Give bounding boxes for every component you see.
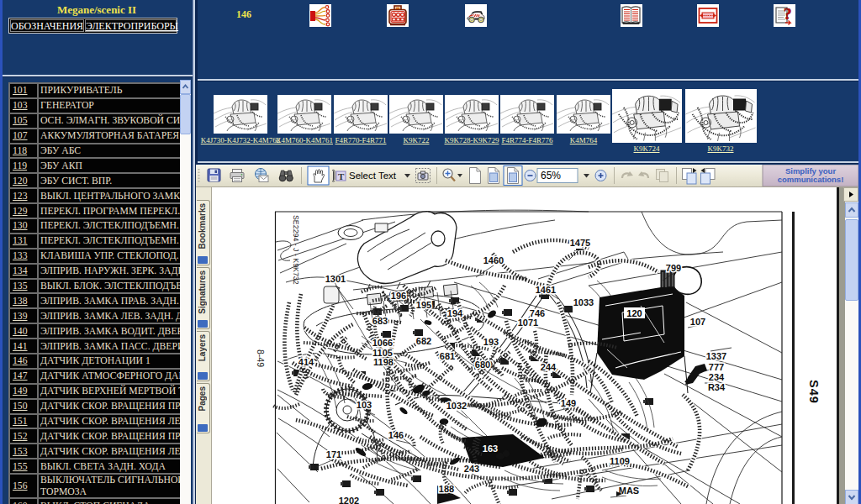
svg-text:8-49: 8-49 — [256, 349, 266, 367]
svg-text:Select Text: Select Text — [349, 171, 397, 181]
svg-text:777: 777 — [709, 362, 724, 372]
svg-text:1337: 1337 — [706, 351, 726, 361]
svg-text:681: 681 — [440, 351, 455, 361]
svg-text:188: 188 — [439, 484, 454, 494]
svg-text:SE2294 - J - K9K732: SE2294 - J - K9K732 — [292, 215, 300, 285]
svg-text:683: 683 — [372, 316, 388, 326]
svg-text:1033: 1033 — [573, 297, 594, 307]
svg-text:194: 194 — [447, 308, 463, 318]
svg-text:149: 149 — [561, 398, 576, 408]
svg-text:1475: 1475 — [570, 238, 590, 248]
svg-text:234: 234 — [709, 372, 725, 382]
svg-text:163: 163 — [483, 444, 498, 454]
svg-text:680: 680 — [475, 360, 490, 370]
svg-text:1202: 1202 — [339, 496, 359, 504]
svg-text:communications!: communications! — [778, 175, 844, 184]
svg-text:T: T — [338, 171, 345, 181]
svg-text:146: 146 — [388, 430, 404, 440]
svg-text:1461: 1461 — [536, 285, 556, 295]
svg-text:1301: 1301 — [325, 274, 346, 284]
svg-text:244: 244 — [541, 362, 557, 372]
svg-text:799: 799 — [666, 263, 681, 273]
svg-text:107: 107 — [690, 317, 705, 327]
svg-text:243: 243 — [464, 464, 479, 474]
svg-text:103: 103 — [357, 400, 372, 410]
svg-text:682: 682 — [416, 336, 431, 346]
svg-text:196: 196 — [391, 291, 406, 301]
svg-text:1071: 1071 — [518, 318, 538, 328]
svg-text:171: 171 — [326, 449, 341, 459]
svg-text:1066: 1066 — [372, 338, 393, 348]
svg-text:195: 195 — [416, 300, 431, 310]
svg-text:1109: 1109 — [610, 456, 630, 466]
svg-text:120: 120 — [626, 308, 642, 318]
svg-text:414: 414 — [298, 357, 314, 367]
svg-text:R34: R34 — [708, 382, 726, 392]
svg-text:1460: 1460 — [483, 255, 504, 265]
svg-text:193: 193 — [483, 337, 499, 347]
svg-text:65%: 65% — [541, 170, 561, 181]
svg-text:?: ? — [784, 5, 792, 23]
svg-text:S49: S49 — [807, 380, 821, 404]
svg-text:1032: 1032 — [446, 401, 467, 411]
svg-text:Simplify your: Simplify your — [785, 166, 836, 176]
svg-text:1198: 1198 — [373, 357, 394, 367]
